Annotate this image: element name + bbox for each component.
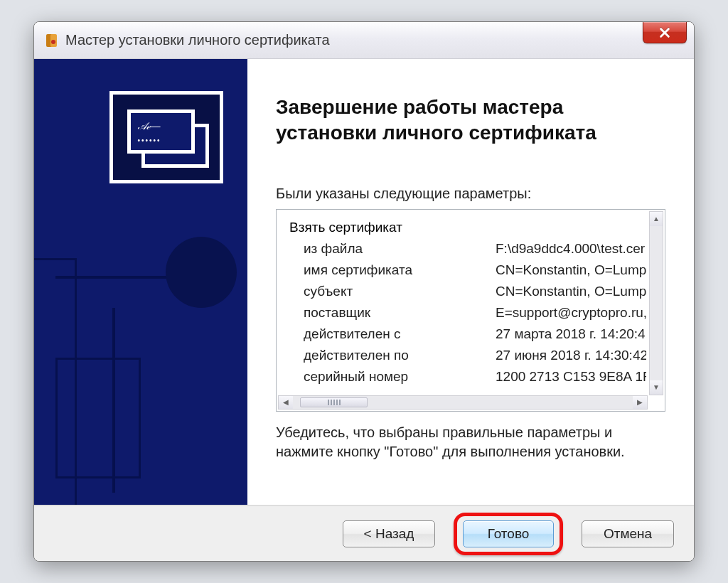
param-header: Взять сертификат [289, 217, 646, 238]
param-row: субъект CN=Konstantin, O=Lumpic [289, 281, 646, 302]
app-icon [44, 33, 58, 48]
param-row: имя сертификата CN=Konstantin, O=Lumpic [289, 260, 646, 281]
param-header-label: Взять сертификат [289, 220, 402, 235]
seal-icon [166, 237, 237, 308]
wizard-window: Мастер установки личного сертификата 𝒜ℯ—… [33, 21, 695, 562]
param-val: F:\d9a9ddc4.000\test.cer [496, 241, 646, 257]
param-val: CN=Konstantin, O=Lumpic [496, 284, 646, 299]
finish-button[interactable]: Готово [463, 520, 554, 547]
wizard-content: Завершение работы мастера установки личн… [247, 59, 694, 505]
page-heading: Завершение работы мастера установки личн… [276, 95, 665, 146]
param-key: из файла [304, 241, 496, 257]
intro-text: Были указаны следующие параметры: [276, 186, 665, 202]
param-val: CN=Konstantin, O=Lumpic [496, 262, 646, 278]
parameters-list: Взять сертификат из файла F:\d9a9ddc4.00… [277, 210, 665, 411]
window-body: 𝒜ℯ— •••••• Завершение работы мастера уст… [34, 59, 694, 561]
param-row: из файла F:\d9a9ddc4.000\test.cer [289, 238, 646, 260]
param-key: поставщик [304, 305, 496, 321]
vertical-scrollbar[interactable]: ▲ ▼ [649, 211, 663, 395]
back-button[interactable]: < Назад [343, 520, 435, 547]
param-key: субъект [304, 284, 496, 299]
scroll-thumb[interactable] [300, 397, 368, 407]
close-button[interactable] [643, 22, 687, 43]
certificate-icon: 𝒜ℯ— •••••• [109, 91, 223, 183]
param-key: действителен по [304, 348, 496, 363]
param-key: действителен с [304, 326, 496, 342]
hint-text: Убедитесь, что выбраны правильные параме… [276, 423, 665, 461]
scroll-down-icon[interactable]: ▼ [650, 380, 663, 395]
cancel-button[interactable]: Отмена [582, 520, 674, 547]
param-row: поставщик E=support@cryptopro.ru, C [289, 302, 646, 323]
window-title: Мастер установки личного сертификата [65, 32, 330, 48]
wizard-upper: 𝒜ℯ— •••••• Завершение работы мастера уст… [34, 59, 694, 506]
svg-point-2 [51, 40, 55, 44]
scroll-right-icon[interactable]: ▶ [633, 396, 647, 409]
horizontal-scrollbar[interactable]: ◀ ▶ [278, 395, 648, 410]
param-row: действителен по 27 июня 2018 г. 14:30:42 [289, 345, 646, 366]
param-row: серийный номер 1200 2713 C153 9E8A 1F [289, 366, 646, 387]
parameters-box: Взять сертификат из файла F:\d9a9ddc4.00… [276, 209, 665, 412]
param-val: 27 марта 2018 г. 14:20:4 [496, 326, 646, 342]
param-val: 1200 2713 C153 9E8A 1F [496, 369, 646, 385]
param-val: 27 июня 2018 г. 14:30:42 [496, 348, 646, 363]
param-key: имя сертификата [304, 262, 496, 278]
wizard-sidebar: 𝒜ℯ— •••••• [34, 59, 247, 505]
param-row: действителен с 27 марта 2018 г. 14:20:4 [289, 323, 646, 345]
param-val: E=support@cryptopro.ru, C [496, 305, 646, 321]
titlebar: Мастер установки личного сертификата [34, 22, 694, 59]
param-key: серийный номер [304, 369, 496, 385]
scroll-left-icon[interactable]: ◀ [279, 396, 293, 409]
finish-highlight: Готово [454, 513, 563, 555]
wizard-footer: < Назад Готово Отмена [34, 506, 694, 561]
scroll-up-icon[interactable]: ▲ [650, 212, 663, 226]
